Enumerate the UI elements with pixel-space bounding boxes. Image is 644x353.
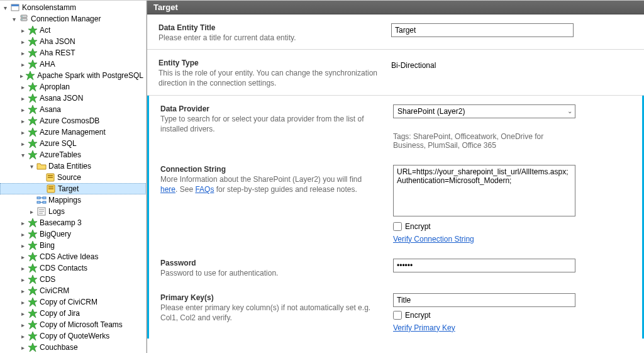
tree-item[interactable]: ▸Basecamp 3 [0, 217, 146, 228]
tree-item[interactable]: ▸BigQuery [0, 228, 146, 240]
tree-source[interactable]: ▸Source [0, 172, 146, 183]
encrypt-pk-checkbox[interactable] [393, 311, 402, 320]
chevron-right-icon[interactable]: ▸ [19, 287, 26, 294]
chevron-right-icon[interactable]: ▸ [19, 106, 26, 113]
entity-title-input[interactable] [391, 23, 574, 37]
faqs-link[interactable]: FAQs [195, 185, 214, 194]
field-label: Primary Key(s) [160, 293, 380, 302]
chevron-right-icon[interactable]: ▸ [19, 94, 26, 102]
star-icon [28, 342, 38, 352]
chevron-right-icon[interactable]: ▸ [19, 140, 26, 147]
tree-item[interactable]: ▸Azure CosmosDB [0, 115, 146, 126]
chevron-right-icon[interactable]: ▸ [19, 276, 26, 283]
tree-item[interactable]: ▸CDS [0, 274, 146, 285]
tree-item[interactable]: ▸Asana [0, 104, 146, 115]
field-desc: More Information about the SharePoint (L… [160, 174, 380, 194]
chevron-right-icon[interactable]: ▸ [19, 310, 26, 317]
encrypt-label: Encrypt [405, 311, 431, 320]
encrypt-label: Encrypt [405, 222, 431, 231]
chevron-right-icon[interactable]: ▸ [19, 128, 26, 136]
tree-logs[interactable]: ▸Logs [0, 206, 146, 217]
tree-item[interactable]: ▸Apache Spark with PostgreSQL [0, 70, 146, 81]
section-password: Password Password to use for authenticat… [147, 250, 644, 284]
chevron-right-icon[interactable]: ▸ [19, 264, 26, 272]
verify-primary-key-link[interactable]: Verify Primary Key [393, 323, 455, 332]
tree-item[interactable]: ▸Copy of QuoteWerks [0, 330, 146, 342]
section-entity-type: Entity Type This is the role of your ent… [147, 50, 644, 95]
verify-connection-link[interactable]: Verify Connection String [393, 235, 474, 244]
primary-keys-input[interactable] [393, 293, 575, 307]
chevron-right-icon[interactable]: ▸ [19, 344, 26, 351]
chevron-right-icon[interactable]: ▸ [19, 219, 26, 227]
chevron-down-icon[interactable]: ▾ [28, 162, 35, 170]
field-desc: Please enter primary key column(s) if no… [160, 303, 380, 323]
logs-icon [36, 206, 47, 216]
data-entity-icon [46, 184, 56, 194]
data-provider-tags: Tags: SharePoint, Officeatwork, OneDrive… [393, 132, 575, 150]
field-desc: Type to search for or select your data p… [160, 114, 380, 134]
chevron-down-icon[interactable]: ▾ [19, 151, 26, 159]
field-desc: Please enter a title for current data en… [158, 33, 379, 43]
chevron-right-icon[interactable]: ▸ [19, 230, 26, 238]
tree-label: Connection Manager [31, 14, 101, 23]
tree-item[interactable]: ▸Azure SQL [0, 138, 146, 149]
tree-item[interactable]: ▸Azure Management [0, 126, 146, 138]
field-label: Password [160, 259, 380, 267]
field-label: Data Provider [160, 104, 380, 113]
chevron-right-icon[interactable]: ▸ [19, 72, 24, 79]
main-panel: Target Data Entity Title Please enter a … [147, 1, 644, 353]
tree-item[interactable]: ▸CDS Contacts [0, 262, 146, 274]
tree-item[interactable]: ▸Asana JSON [0, 92, 146, 104]
field-label: Connection String [160, 165, 380, 174]
tree-data-entities[interactable]: ▾Data Entities [0, 160, 146, 172]
tree-mappings[interactable]: ▸Mappings [0, 194, 146, 206]
field-label: Entity Type [158, 59, 379, 67]
chevron-right-icon[interactable]: ▸ [19, 321, 26, 328]
here-link[interactable]: here [160, 185, 175, 194]
chevron-right-icon[interactable]: ▸ [19, 83, 26, 91]
tree-item[interactable]: ▸Copy of Microsoft Teams [0, 319, 146, 330]
tree-item[interactable]: ▸CiviCRM [0, 285, 146, 296]
tree-item[interactable]: ▸Copy of CiviCRM [0, 296, 146, 308]
chevron-down-icon: ⌄ [567, 108, 572, 115]
tree-item[interactable]: ▸CDS Active Ideas [0, 251, 146, 262]
section-primary-keys: Primary Key(s) Please enter primary key … [147, 284, 644, 339]
chevron-right-icon[interactable]: ▸ [19, 117, 26, 125]
chevron-right-icon[interactable]: ▸ [19, 242, 26, 249]
section-connection-string: Connection String More Information about… [147, 156, 644, 250]
data-provider-combobox[interactable]: SharePoint (Layer2) ⌄ [393, 104, 575, 118]
tree-target[interactable]: ▸Target [0, 183, 146, 194]
field-desc: Password to use for authentication. [160, 268, 380, 278]
section-data-provider: Data Provider Type to search for or sele… [147, 96, 644, 156]
chevron-right-icon[interactable]: ▸ [19, 298, 26, 306]
field-label: Data Entity Title [158, 23, 379, 32]
chevron-right-icon[interactable]: ▸ [19, 332, 26, 340]
section-entity-title: Data Entity Title Please enter a title f… [147, 14, 644, 50]
connection-string-textarea[interactable]: URL=https://your_sharepoint_list_url/All… [393, 165, 575, 216]
encrypt-checkbox[interactable] [393, 222, 402, 231]
password-input[interactable] [393, 259, 575, 272]
field-desc: This is the role of your entity. You can… [158, 68, 379, 88]
chevron-right-icon[interactable]: ▸ [19, 253, 26, 261]
tree-item[interactable]: ▸Aproplan [0, 81, 146, 92]
tree-item[interactable]: ▸Bing [0, 240, 146, 251]
panel-content: Data Entity Title Please enter a title f… [147, 14, 644, 353]
chevron-down-icon[interactable]: ▾ [10, 15, 18, 23]
entity-type-value: Bi-Directional [391, 59, 633, 70]
tree-sidebar[interactable]: ▾ Konsolenstamm ▾ Connection Manager ▸Ac… [0, 1, 147, 353]
tree-item[interactable]: ▸AHA [0, 59, 146, 70]
panel-title: Target [147, 1, 644, 14]
tree-item-azuretables[interactable]: ▾AzureTables [0, 149, 146, 160]
chevron-down-icon[interactable]: ▾ [1, 4, 9, 11]
tree-connection-manager[interactable]: ▾ Connection Manager [0, 13, 146, 25]
tree-item[interactable]: ▸Copy of Jira [0, 308, 146, 319]
tree-item[interactable]: ▸Couchbase [0, 342, 146, 353]
combobox-value: SharePoint (Layer2) [397, 107, 465, 116]
